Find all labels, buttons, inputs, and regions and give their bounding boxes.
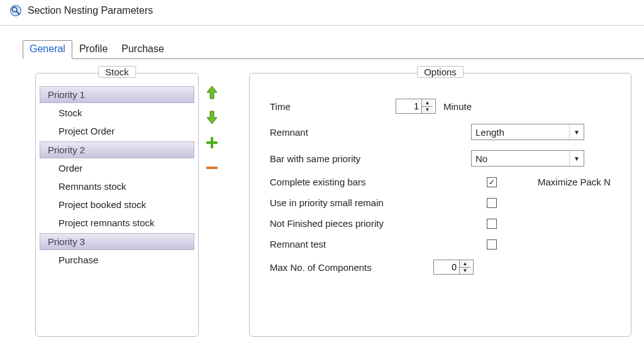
tab-general[interactable]: General [23,40,72,59]
not-finished-label: Not Finished pieces priority [270,218,433,229]
stock-item[interactable]: Stock [36,104,198,122]
priority-header[interactable]: Priority 2 [40,141,194,158]
time-spinner[interactable]: ▲ ▼ [396,99,436,114]
use-small-remain-checkbox[interactable] [487,198,497,208]
options-legend: Options [417,66,464,78]
use-small-remain-label: Use in priority small remain [270,197,433,208]
plus-icon [205,136,219,150]
tab-purchase[interactable]: Purchase [114,40,171,59]
minus-icon [205,161,219,175]
max-components-label: Max No. of Components [270,262,433,273]
remove-button[interactable] [204,160,220,176]
stock-item[interactable]: Project Order [36,122,198,140]
remnant-label: Remnant [270,127,396,138]
stock-legend: Stock [98,66,136,78]
remnant-test-checkbox[interactable] [487,239,497,250]
stock-item[interactable]: Purchase [36,251,198,269]
not-finished-checkbox[interactable] [487,219,497,229]
tab-profile[interactable]: Profile [72,40,114,59]
chevron-down-icon: ▼ [569,151,580,166]
time-label: Time [270,101,396,112]
stock-item[interactable]: Project booked stock [36,195,198,214]
svg-rect-5 [206,167,218,169]
svg-rect-4 [206,141,218,144]
time-unit: Minute [443,101,472,112]
max-components-spinner[interactable]: ▲ ▼ [433,260,474,275]
stock-panel: Stock Priority 1 Stock Project Order Pri… [35,73,199,337]
options-panel: Options Time ▲ ▼ Minute Remnant Length ▼ [249,73,631,337]
stock-item[interactable]: Order [36,159,198,177]
arrow-down-icon [206,110,218,125]
time-input[interactable] [396,99,421,113]
max-components-spin-up[interactable]: ▲ [460,260,470,268]
window-header: Section Nesting Parameters [0,0,644,26]
move-down-button[interactable] [204,109,220,126]
priority-header[interactable]: Priority 3 [40,233,194,250]
stock-list: Priority 1 Stock Project Order Priority … [36,84,198,270]
chevron-down-icon: ▼ [569,124,580,140]
bar-matching-value: No [475,153,487,164]
remnant-test-label: Remnant test [270,239,433,250]
maximize-pack-label: Maximize Pack N [538,177,611,187]
stock-item[interactable]: Remnants stock [36,177,198,195]
tab-bar: General Profile Purchase [23,40,644,58]
window-title: Section Nesting Parameters [28,5,153,16]
bar-matching-dropdown[interactable]: No ▼ [471,150,584,167]
priority-header[interactable]: Priority 1 [40,86,194,103]
complete-bars-checkbox[interactable]: ✓ [487,177,497,187]
max-components-spin-down[interactable]: ▼ [460,268,470,275]
remnant-value: Length [475,127,504,138]
complete-bars-label: Complete existing bars [270,177,433,187]
arrow-up-icon [206,85,218,100]
remnant-dropdown[interactable]: Length ▼ [471,124,584,140]
time-spin-down[interactable]: ▼ [422,107,433,114]
move-up-button[interactable] [204,84,220,101]
app-icon [9,4,23,18]
stock-item[interactable]: Project remnants stock [36,214,198,232]
time-spin-up[interactable]: ▲ [422,99,433,107]
max-components-input[interactable] [434,260,459,274]
add-button[interactable] [204,134,220,151]
bar-matching-label: Bar with same priority [270,153,396,164]
stock-side-buttons [204,84,220,176]
